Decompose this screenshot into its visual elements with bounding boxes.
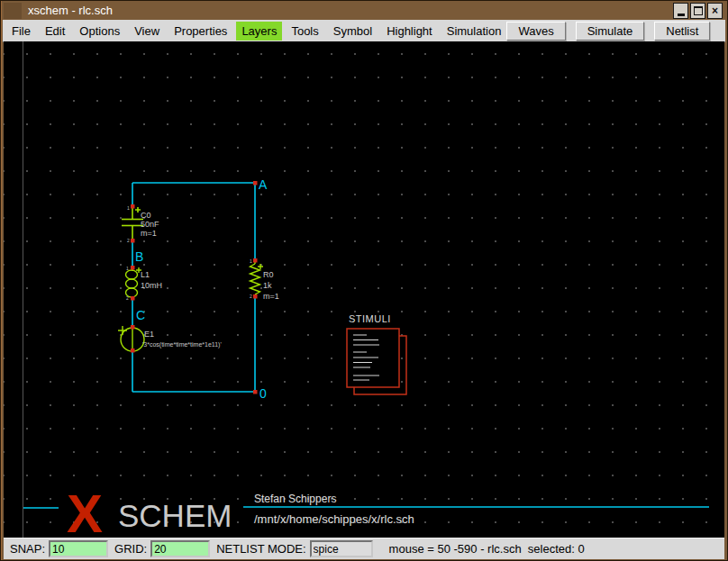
menubar: File Edit Options View Properties Layers… <box>3 20 725 42</box>
menu-help[interactable]: Help <box>720 22 728 41</box>
menu-file[interactable]: File <box>6 22 36 41</box>
schematic-canvas[interactable]: 1 2 C0 50nF m=1 1 2 L1 10mH <box>4 41 724 538</box>
simulate-button[interactable]: Simulate <box>576 22 645 41</box>
resistor-mult: m=1 <box>263 292 279 301</box>
logo-schem: SCHEM <box>118 498 232 533</box>
menu-options[interactable]: Options <box>74 22 125 41</box>
stimuli-label: STIMULI <box>349 313 391 324</box>
menu-view[interactable]: View <box>129 22 165 41</box>
grid-input[interactable] <box>150 540 210 557</box>
source-expression: '3*cos(time*time*time*1e11)' <box>142 341 222 348</box>
net-label-a[interactable]: A <box>259 177 268 192</box>
pin-number: 1 <box>127 205 130 211</box>
resistor-ref: R0 <box>263 270 274 279</box>
menu-highlight[interactable]: Highlight <box>381 22 438 41</box>
maximize-button[interactable] <box>690 3 705 19</box>
resistor-symbol[interactable]: 1 2 R0 1k m=1 <box>250 258 279 301</box>
inductor-ref: L1 <box>141 270 150 279</box>
menu-tools[interactable]: Tools <box>286 22 323 41</box>
net-label-b[interactable]: B <box>135 249 143 264</box>
pin-number: 1 <box>126 266 129 271</box>
menu-edit[interactable]: Edit <box>40 22 70 41</box>
net-label-c[interactable]: C <box>136 308 145 322</box>
schematic-drawing: 1 2 C0 50nF m=1 1 2 L1 10mH <box>4 41 724 538</box>
pin-number: 2 <box>126 295 129 301</box>
capacitor-ref: C0 <box>141 211 151 220</box>
resistor-value: 1k <box>263 281 272 290</box>
waves-button[interactable]: Waves <box>506 22 565 41</box>
statusbar: SNAP: GRID: NETLIST MODE: mouse = 50 -59… <box>4 538 724 559</box>
xschem-window: xschem - rlc.sch × File Edit Options Vie… <box>0 0 728 561</box>
netlist-button[interactable]: Netlist <box>654 22 710 41</box>
window-title: xschem - rlc.sch <box>28 4 113 17</box>
menubar-buttons: Waves Simulate Netlist Help <box>506 22 728 41</box>
snap-input[interactable] <box>49 540 108 557</box>
capacitor-value: 50nF <box>141 220 159 229</box>
net-label-0[interactable]: 0 <box>259 386 267 401</box>
pin-number: 1 <box>250 258 252 264</box>
pin-number: 2 <box>127 238 130 243</box>
menu-symbol[interactable]: Symbol <box>328 22 378 41</box>
inductor-value: 10mH <box>141 281 162 290</box>
stimuli-block[interactable]: STIMULI <box>347 313 406 394</box>
author-text: Stefan Schippers <box>254 493 336 505</box>
voltage-source-symbol[interactable]: E1 '3*cos(time*time*time*1e11)' <box>118 326 222 351</box>
titlebar: xschem - rlc.sch × <box>3 2 725 20</box>
source-ref: E1 <box>144 330 154 339</box>
maximize-icon <box>694 6 703 15</box>
close-button[interactable]: × <box>707 3 723 19</box>
capacitor-symbol[interactable]: 1 2 C0 50nF m=1 <box>122 205 159 243</box>
snap-label: SNAP: <box>10 542 45 556</box>
minimize-button[interactable] <box>673 3 688 19</box>
menu-simulation[interactable]: Simulation <box>441 22 507 41</box>
pin-number: 2 <box>250 294 252 299</box>
capacitor-mult: m=1 <box>141 229 157 238</box>
minimize-icon <box>678 14 685 16</box>
window-controls: × <box>673 3 723 19</box>
inductor-symbol[interactable]: 1 2 L1 10mH <box>126 266 163 301</box>
grid-label: GRID: <box>114 542 147 556</box>
window-menu-icon[interactable] <box>4 3 22 19</box>
close-icon: × <box>712 5 718 16</box>
mouse-status-text: mouse = 50 -590 - rlc.sch selected: 0 <box>389 542 585 556</box>
netlist-mode-input[interactable] <box>310 540 373 557</box>
menu-properties[interactable]: Properties <box>168 22 232 41</box>
schematic-path-text: /mnt/x/home/schippes/x/rlc.sch <box>254 512 414 526</box>
title-block[interactable]: X SCHEM Stefan Schippers /mnt/x/home/sch… <box>23 484 709 538</box>
menu-layers[interactable]: Layers <box>236 22 282 41</box>
netlist-mode-label: NETLIST MODE: <box>216 542 305 556</box>
logo-x: X <box>67 484 103 538</box>
